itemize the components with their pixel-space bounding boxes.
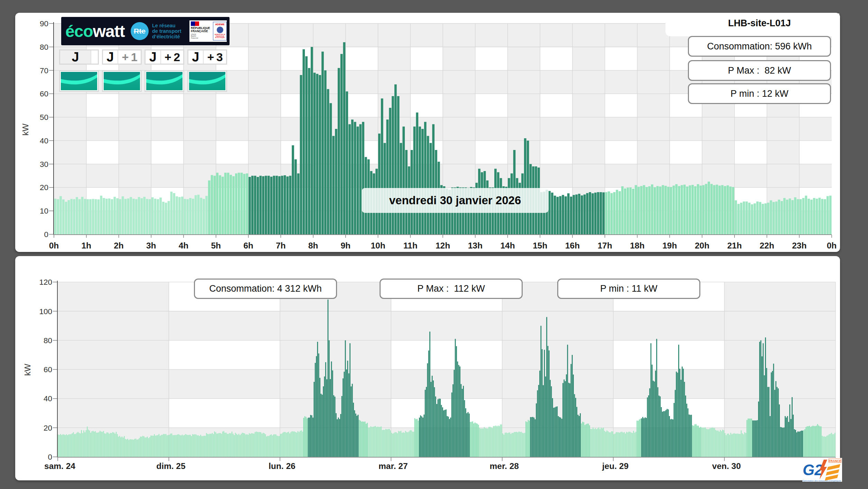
svg-text:80: 80 bbox=[44, 336, 52, 345]
svg-text:0h: 0h bbox=[827, 241, 837, 250]
svg-text:13h: 13h bbox=[468, 241, 483, 250]
svg-text:lun. 26: lun. 26 bbox=[269, 461, 296, 471]
svg-text:12h: 12h bbox=[436, 241, 450, 250]
svg-text:50: 50 bbox=[40, 113, 48, 122]
svg-text:90: 90 bbox=[40, 19, 48, 28]
svg-text:11h: 11h bbox=[403, 241, 418, 250]
svg-text:dim. 25: dim. 25 bbox=[156, 461, 185, 471]
svg-text:100: 100 bbox=[39, 307, 52, 316]
svg-text:ven. 30: ven. 30 bbox=[712, 461, 741, 471]
svg-text:FRANCE: FRANCE bbox=[829, 459, 841, 463]
svg-text:21h: 21h bbox=[727, 241, 742, 250]
svg-text:14h: 14h bbox=[500, 241, 515, 250]
svg-text:2h: 2h bbox=[114, 241, 124, 250]
svg-text:Optimisation des ressources én: Optimisation des ressources énergétiques bbox=[802, 480, 841, 482]
svg-text:kW: kW bbox=[21, 123, 30, 135]
svg-text:20: 20 bbox=[44, 424, 52, 432]
svg-text:18h: 18h bbox=[630, 241, 644, 250]
svg-text:60: 60 bbox=[40, 90, 48, 98]
svg-text:15h: 15h bbox=[533, 241, 547, 250]
svg-text:1h: 1h bbox=[81, 241, 91, 250]
svg-text:6h: 6h bbox=[243, 241, 253, 250]
svg-text:3h: 3h bbox=[146, 241, 156, 250]
svg-text:kW: kW bbox=[23, 364, 32, 376]
svg-text:17h: 17h bbox=[598, 241, 612, 250]
svg-text:10h: 10h bbox=[371, 241, 385, 250]
svg-text:20: 20 bbox=[40, 183, 48, 192]
svg-text:16h: 16h bbox=[565, 241, 580, 250]
svg-text:0: 0 bbox=[44, 230, 48, 239]
svg-text:5h: 5h bbox=[211, 241, 221, 250]
svg-text:0h: 0h bbox=[49, 241, 59, 250]
svg-text:jeu. 29: jeu. 29 bbox=[602, 461, 628, 471]
svg-text:0: 0 bbox=[48, 453, 52, 461]
svg-text:60: 60 bbox=[44, 365, 52, 374]
svg-text:19h: 19h bbox=[662, 241, 677, 250]
svg-text:mar. 27: mar. 27 bbox=[379, 461, 408, 471]
svg-text:10: 10 bbox=[40, 207, 48, 215]
svg-text:120: 120 bbox=[39, 278, 52, 286]
svg-text:mer. 28: mer. 28 bbox=[489, 461, 519, 471]
svg-text:30: 30 bbox=[40, 160, 48, 169]
svg-text:9h: 9h bbox=[340, 241, 351, 250]
svg-text:sam. 24: sam. 24 bbox=[44, 461, 75, 471]
svg-text:7h: 7h bbox=[276, 241, 286, 250]
svg-text:40: 40 bbox=[44, 394, 52, 403]
svg-text:4h: 4h bbox=[179, 241, 189, 250]
svg-text:8h: 8h bbox=[308, 241, 318, 250]
svg-text:22h: 22h bbox=[759, 241, 774, 250]
svg-text:23h: 23h bbox=[792, 241, 806, 250]
svg-text:80: 80 bbox=[40, 43, 48, 51]
svg-text:20h: 20h bbox=[695, 241, 709, 250]
svg-text:40: 40 bbox=[40, 137, 48, 145]
svg-text:70: 70 bbox=[40, 66, 48, 75]
